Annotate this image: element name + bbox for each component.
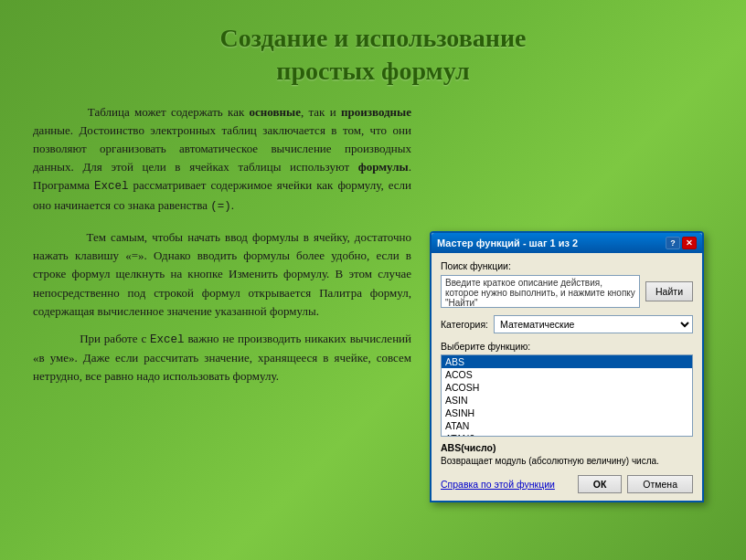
function-item-asinh[interactable]: ASINH [442, 407, 692, 419]
function-item-atan2[interactable]: ATAN2 [442, 432, 692, 437]
function-item-acos[interactable]: ACOS [442, 368, 692, 381]
mono-excel-1: Excel [94, 180, 129, 193]
function-item-acosh[interactable]: ACOSH [442, 381, 692, 394]
dialog-title-buttons: ? ✕ [666, 237, 697, 249]
cancel-button[interactable]: Отмена [627, 475, 693, 493]
find-button[interactable]: Найти [645, 281, 693, 301]
dialog-help-button[interactable]: ? [666, 237, 680, 249]
function-item-abs[interactable]: ABS [442, 355, 692, 368]
para-text-1: Таблица может содержать как [59, 105, 250, 119]
bold-osnov: основные [250, 105, 301, 119]
slide-container: Создание и использование простых формул … [0, 0, 746, 560]
page-title: Создание и использование простых формул [33, 22, 713, 89]
mono-equal: (=) [210, 200, 231, 213]
dialog-bottom-row: Справка по этой функции ОК Отмена [441, 475, 693, 493]
search-textarea[interactable]: Введите краткое описание действия, котор… [441, 275, 640, 308]
dialog-area: Мастер функций - шаг 1 из 2 ? ✕ Поиск фу… [430, 103, 713, 542]
help-link[interactable]: Справка по этой функции [441, 479, 555, 490]
content-row: Таблица может содержать как основные, та… [33, 103, 713, 542]
title-line2: простых формул [276, 57, 469, 85]
function-item-asin[interactable]: ASIN [442, 394, 692, 407]
function-item-atan[interactable]: ATAN [442, 419, 692, 432]
dialog-title-bar: Мастер функций - шаг 1 из 2 ? ✕ [432, 233, 702, 253]
dialog-body: Поиск функции: Введите краткое описание … [432, 253, 702, 501]
dialog-action-buttons: ОК Отмена [578, 475, 693, 493]
search-label: Поиск функции: [441, 260, 693, 271]
bold-formula: формулы [358, 160, 409, 174]
para-text-6: . [231, 198, 234, 212]
ok-button[interactable]: ОК [578, 475, 623, 493]
category-select[interactable]: Математические [494, 315, 693, 333]
title-line1: Создание и использование [219, 24, 526, 52]
search-row: Введите краткое описание действия, котор… [441, 275, 693, 308]
dialog-box: Мастер функций - шаг 1 из 2 ? ✕ Поиск фу… [430, 231, 704, 502]
select-label: Выберите функцию: [441, 341, 693, 352]
mono-excel-2: Excel [150, 333, 185, 346]
dialog-title-text: Мастер функций - шаг 1 из 2 [437, 238, 578, 248]
bottom-paragraphs: Тем самым, чтобы начать ввод формулы в я… [33, 228, 411, 386]
bold-proizvod: производные [341, 105, 411, 119]
function-listbox[interactable]: ABS ACOS ACOSH ASIN ASINH ATAN ATAN2 [441, 354, 693, 437]
para-text-3: данные. Достоинство электронных таблиц з… [33, 123, 411, 174]
category-label: Категория: [441, 319, 488, 330]
dialog-close-button[interactable]: ✕ [682, 237, 697, 249]
title-block: Создание и использование простых формул [33, 22, 713, 89]
category-row: Категория: Математические [441, 315, 693, 333]
para-1: Тем самым, чтобы начать ввод формулы в я… [33, 228, 411, 321]
top-paragraph: Таблица может содержать как основные, та… [33, 103, 411, 216]
left-column: Таблица может содержать как основные, та… [33, 103, 411, 542]
para2-text-1: При работе с [59, 332, 150, 345]
para1-text: Тем самым, чтобы начать ввод формулы в я… [33, 230, 411, 318]
func-description: Возвращает модуль (абсолютную величину) … [441, 455, 693, 468]
para-text-2: , так и [301, 105, 341, 119]
func-signature: ABS(число) [441, 442, 693, 453]
para-2: При работе с Excel важно не производить … [33, 330, 411, 386]
